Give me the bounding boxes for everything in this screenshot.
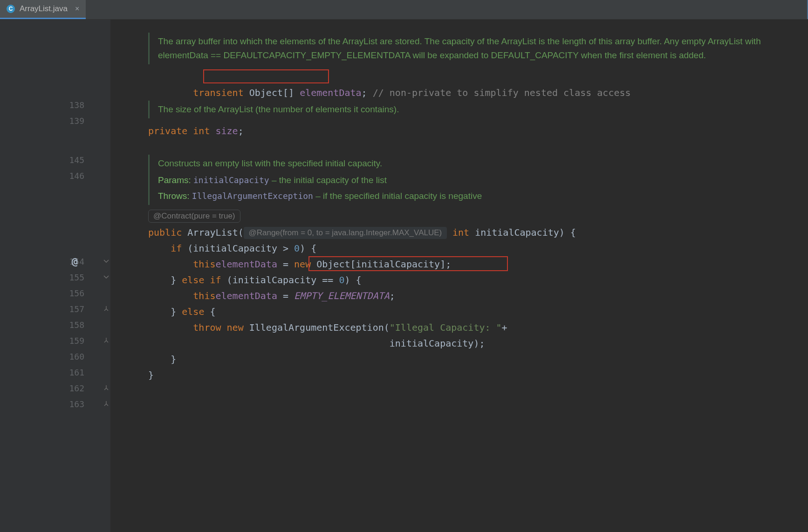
- code-text: (initialCapacity ==: [227, 274, 339, 286]
- line-number: 154 @: [0, 253, 110, 269]
- punct: }: [148, 369, 154, 381]
- fold-toggle[interactable]: [103, 258, 110, 265]
- code-text: initialCapacity);: [390, 338, 485, 349]
- fold-marker-icon[interactable]: [103, 337, 110, 344]
- punct: ;: [238, 125, 244, 136]
- punct: =: [277, 290, 294, 301]
- field-name: size: [216, 125, 238, 136]
- keyword: this: [193, 290, 215, 301]
- javadoc-exception-name: IllegalArgumentException: [192, 191, 313, 201]
- indent: [148, 259, 193, 270]
- line-number: 157: [0, 301, 110, 317]
- punct: }: [171, 274, 182, 286]
- indent: [148, 243, 171, 254]
- line-number: 158: [0, 317, 110, 333]
- code-line[interactable]: [148, 139, 808, 155]
- punct: ;: [390, 290, 395, 301]
- code-line[interactable]: throw new IllegalArgumentException("Ille…: [148, 320, 808, 335]
- gutter: 138 139 145 146 154 @ 155 156 157 158 15…: [0, 20, 111, 532]
- line-number: 156: [0, 285, 110, 301]
- keyword: new: [294, 259, 316, 270]
- line-number: 145: [0, 152, 110, 168]
- editor: 138 139 145 146 154 @ 155 156 157 158 15…: [0, 20, 808, 532]
- code-line[interactable]: }: [148, 351, 808, 367]
- file-tab[interactable]: C ArrayList.java ×: [0, 0, 86, 19]
- inlay-hint-range: @Range(from = 0, to = java.lang.Integer.…: [244, 227, 447, 239]
- javadoc-text: The array buffer into which the elements…: [158, 36, 761, 60]
- javadoc-block: The array buffer into which the elements…: [148, 33, 808, 64]
- keyword: else: [182, 306, 210, 317]
- code-line[interactable]: transient Object[] elementData; // non-p…: [148, 69, 808, 85]
- javadoc-param-name: initialCapacity: [193, 175, 269, 185]
- parameter-name: initialCapacity: [475, 227, 559, 238]
- javadoc-summary: Constructs an empty list with the specif…: [158, 157, 808, 171]
- punct: (: [238, 227, 244, 238]
- keyword: int: [447, 227, 475, 238]
- line-number: 139: [0, 113, 110, 129]
- punct: +: [502, 322, 507, 333]
- keyword: this: [193, 259, 215, 270]
- keyword: if: [171, 243, 187, 254]
- javadoc-block: Constructs an empty list with the specif…: [148, 155, 808, 205]
- punct: ) {: [559, 227, 576, 238]
- code-line[interactable]: } else if (initialCapacity == 0) {: [148, 272, 808, 288]
- line-number: 138: [0, 97, 110, 113]
- line-number: 160: [0, 348, 110, 364]
- number: 0: [339, 274, 344, 286]
- punct: ) {: [300, 243, 316, 254]
- class-file-icon: C: [7, 5, 15, 13]
- close-icon[interactable]: ×: [75, 5, 79, 13]
- tab-bar: C ArrayList.java ×: [0, 0, 808, 20]
- code-line[interactable]: [148, 85, 808, 101]
- indent: [148, 338, 390, 349]
- keyword: int: [193, 125, 215, 136]
- code-line[interactable]: }: [148, 367, 808, 383]
- javadoc-param-desc: – the initial capacity of the list: [272, 175, 387, 185]
- line-number: 155: [0, 269, 110, 285]
- code-text: Object[initialCapacity]: [316, 259, 445, 270]
- line-number: 161: [0, 364, 110, 380]
- javadoc-params-label: Params:: [158, 175, 193, 185]
- string: "Illegal Capacity: ": [390, 322, 502, 333]
- javadoc-exception-desc: – if the specified initial capacity is n…: [315, 191, 482, 201]
- field-name: elementData: [216, 259, 277, 270]
- keyword: else if: [182, 274, 226, 286]
- javadoc-text: The size of the ArrayList (the number of…: [158, 104, 399, 114]
- method-name: ArrayList: [187, 227, 238, 238]
- punct: =: [277, 259, 294, 270]
- code-line[interactable]: public ArrayList( @Range(from = 0, to = …: [148, 225, 808, 240]
- code-line[interactable]: } else {: [148, 304, 808, 320]
- highlight-box: [203, 69, 329, 83]
- code-text: (initialCapacity >: [187, 243, 294, 254]
- annotation-icon[interactable]: @: [72, 256, 78, 267]
- fold-marker-icon[interactable]: [103, 401, 110, 407]
- fold-marker-icon[interactable]: [103, 306, 110, 312]
- code-line[interactable]: thiselementData = EMPTY_ELEMENTDATA;: [148, 288, 808, 304]
- keyword: throw new: [193, 322, 249, 333]
- field-name: elementData: [216, 290, 277, 301]
- javadoc-block: The size of the ArrayList (the number of…: [148, 101, 808, 118]
- code-area[interactable]: The array buffer into which the elements…: [111, 20, 808, 532]
- punct: ;: [445, 259, 451, 270]
- keyword: public: [148, 227, 187, 238]
- line-number: 162: [0, 380, 110, 396]
- code-line[interactable]: thiselementData = new Object[initialCapa…: [148, 256, 808, 272]
- indent: [148, 290, 193, 301]
- punct: ) {: [344, 274, 361, 286]
- indent: [148, 322, 193, 333]
- indent: [148, 354, 171, 365]
- fold-marker-icon[interactable]: [103, 385, 110, 391]
- inlay-hint-contract: @Contract(pure = true): [148, 210, 240, 223]
- punct: }: [171, 354, 176, 365]
- indent: [148, 306, 171, 317]
- javadoc-throws-label: Throws:: [158, 191, 192, 201]
- code-line[interactable]: private int size;: [148, 123, 808, 139]
- indent: [148, 274, 171, 286]
- number: 0: [294, 243, 300, 254]
- code-line[interactable]: if (initialCapacity > 0) {: [148, 240, 808, 256]
- fold-toggle[interactable]: [103, 274, 110, 280]
- code-text: IllegalArgumentException(: [249, 322, 390, 333]
- tab-filename: ArrayList.java: [20, 4, 68, 14]
- punct: }: [171, 306, 182, 317]
- code-line[interactable]: initialCapacity);: [148, 335, 808, 351]
